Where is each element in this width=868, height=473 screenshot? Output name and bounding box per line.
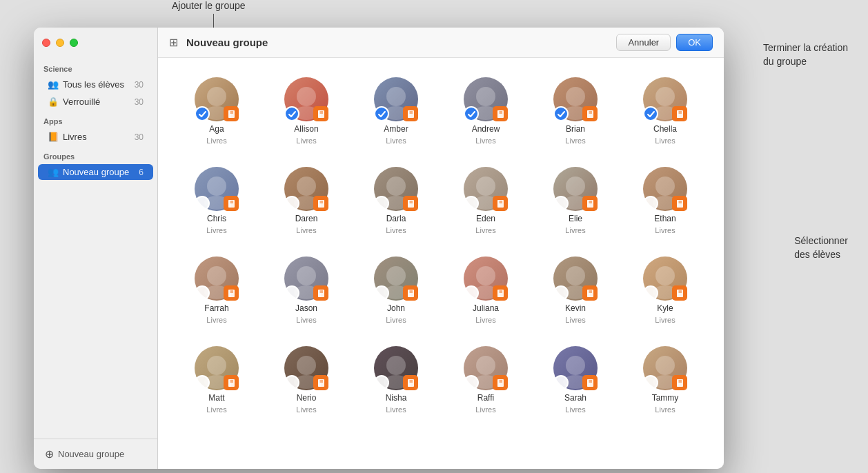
student-app-andrew: Livres — [475, 137, 495, 145]
new-group-button[interactable]: ⊕ Nouveau groupe — [39, 445, 152, 463]
svg-point-60 — [566, 177, 585, 196]
selection-badge-chris — [195, 196, 210, 211]
student-name-daren: Daren — [295, 214, 318, 223]
student-app-jason: Livres — [296, 316, 316, 324]
selection-badge-kyle — [643, 285, 658, 301]
fullscreen-button[interactable] — [70, 39, 78, 47]
avatar-container-nerio — [284, 346, 328, 390]
sidebar: Science 👥 Tous les élèves 30 🔒 Verrouill… — [34, 28, 158, 469]
student-item-ethan[interactable]: EthanLivres — [623, 161, 707, 240]
student-item-nerio[interactable]: NerioLivres — [264, 341, 348, 419]
svg-point-72 — [207, 266, 226, 285]
svg-point-24 — [566, 87, 585, 106]
student-item-elie[interactable]: ElieLivres — [533, 161, 618, 240]
student-app-allison: Livres — [296, 137, 316, 145]
selection-badge-nisha — [374, 375, 389, 390]
student-item-jason[interactable]: JasonLivres — [264, 251, 348, 330]
student-item-allison[interactable]: AllisonLivres — [264, 72, 348, 150]
cancel-button[interactable]: Annuler — [616, 34, 671, 51]
student-app-eden: Livres — [475, 226, 495, 234]
student-name-allison: Allison — [294, 124, 318, 134]
student-item-nisha[interactable]: NishaLivres — [354, 341, 438, 419]
book-badge-chris — [224, 196, 239, 211]
ok-button[interactable]: OK — [676, 34, 713, 51]
student-item-amber[interactable]: AmberLivres — [354, 72, 438, 150]
avatar-container-jason — [284, 256, 328, 301]
student-item-tammy[interactable]: TammyLivres — [623, 341, 707, 419]
group-title: Nouveau groupe — [186, 37, 608, 48]
selection-badge-jason — [284, 285, 299, 301]
student-name-nerio: Nerio — [297, 393, 317, 403]
svg-point-0 — [207, 87, 226, 106]
avatar-container-allison — [284, 77, 328, 121]
student-name-tammy: Tammy — [652, 393, 679, 403]
student-item-kevin[interactable]: KevinLivres — [533, 251, 618, 330]
close-button[interactable] — [42, 39, 50, 47]
student-item-sarah[interactable]: SarahLivres — [533, 341, 618, 419]
avatar-container-chris — [195, 167, 239, 211]
student-item-kyle[interactable]: KyleLivres — [623, 251, 707, 330]
annotation-add-group: Ajouter le groupe — [172, 0, 246, 11]
student-name-chris: Chris — [207, 214, 226, 223]
svg-point-36 — [207, 177, 226, 196]
student-item-eden[interactable]: EdenLivres — [444, 161, 528, 240]
student-item-daren[interactable]: DarenLivres — [264, 161, 348, 240]
student-name-chella: Chella — [653, 124, 677, 134]
student-app-nisha: Livres — [386, 405, 406, 414]
avatar-container-nisha — [374, 346, 418, 390]
student-item-darla[interactable]: DarlaLivres — [354, 161, 438, 240]
selection-badge-juliana — [464, 285, 479, 301]
student-name-farrah: Farrah — [204, 303, 228, 313]
student-item-aga[interactable]: AgaLivres — [175, 72, 259, 150]
student-item-juliana[interactable]: JulianaLivres — [444, 251, 528, 330]
student-item-matt[interactable]: MattLivres — [175, 341, 259, 419]
book-badge-nerio — [313, 375, 328, 390]
student-item-john[interactable]: JohnLivres — [354, 251, 438, 330]
book-badge-eden — [493, 196, 508, 211]
svg-point-90 — [476, 266, 495, 285]
student-item-andrew[interactable]: AndrewLivres — [444, 72, 528, 150]
student-name-eden: Eden — [476, 214, 495, 223]
sidebar-item-livres[interactable]: 📙 Livres 30 — [38, 129, 153, 145]
minimize-button[interactable] — [56, 39, 64, 47]
sidebar-item-verrouille[interactable]: 🔒 Verrouillé 30 — [38, 94, 153, 110]
avatar-container-john — [374, 256, 418, 301]
student-name-matt: Matt — [208, 393, 224, 403]
student-name-kyle: Kyle — [657, 303, 673, 313]
selection-badge-andrew — [464, 106, 479, 121]
student-item-chris[interactable]: ChrisLivres — [175, 161, 259, 240]
svg-point-54 — [476, 177, 495, 196]
student-app-farrah: Livres — [206, 316, 226, 324]
student-app-kyle: Livres — [655, 316, 675, 324]
student-item-brian[interactable]: BrianLivres — [533, 72, 618, 150]
section-apps-label: Apps — [34, 110, 157, 128]
selection-badge-tammy — [643, 375, 658, 390]
lock-icon: 🔒 — [48, 97, 59, 107]
sidebar-item-nouveau-groupe[interactable]: 👥 Nouveau groupe 6 — [38, 164, 153, 180]
avatar-container-chella — [643, 77, 687, 121]
student-item-chella[interactable]: ChellaLivres — [623, 72, 707, 150]
avatar-container-matt — [195, 346, 239, 390]
student-app-darla: Livres — [386, 226, 406, 234]
selection-badge-nerio — [284, 375, 299, 390]
student-app-kevin: Livres — [565, 316, 585, 324]
student-app-john: Livres — [386, 316, 406, 324]
books-icon: 📙 — [48, 132, 59, 142]
student-item-farrah[interactable]: FarrahLivres — [175, 251, 259, 330]
selection-badge-darla — [374, 196, 389, 211]
book-badge-darla — [403, 196, 418, 211]
sidebar-item-tous-les-eleves[interactable]: 👥 Tous les élèves 30 — [38, 77, 153, 92]
student-name-brian: Brian — [566, 124, 585, 134]
annotation-finish-creation: Terminer la création du groupe — [763, 41, 848, 68]
student-name-amber: Amber — [384, 124, 408, 134]
student-name-darla: Darla — [386, 214, 406, 223]
student-app-brian: Livres — [565, 137, 585, 145]
student-item-raffi[interactable]: RaffiLivres — [444, 341, 528, 419]
sidebar-item-tous-label: Tous les élèves — [63, 79, 124, 90]
avatar-container-farrah — [195, 256, 239, 301]
student-name-jason: Jason — [295, 303, 317, 313]
svg-point-126 — [476, 356, 495, 375]
student-name-ethan: Ethan — [654, 214, 675, 223]
group-header-icon: ⊞ — [169, 36, 178, 49]
selection-badge-allison — [284, 106, 299, 121]
